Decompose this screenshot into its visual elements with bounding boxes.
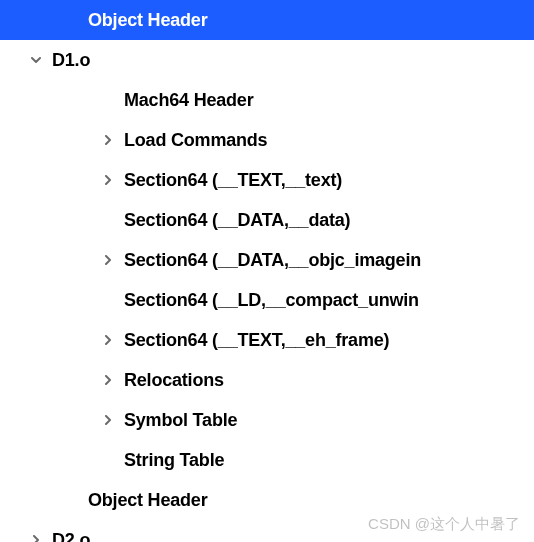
chevron-right-icon[interactable] [100, 132, 116, 148]
tree-row[interactable]: D1.o [0, 40, 534, 80]
tree-row[interactable]: String Table [0, 440, 534, 480]
tree-row-label: Load Commands [124, 130, 267, 151]
tree-row-label: Section64 (__TEXT,__eh_frame) [124, 330, 389, 351]
tree-row[interactable]: Section64 (__DATA,__data) [0, 200, 534, 240]
tree-row[interactable]: Symbol Table [0, 400, 534, 440]
chevron-right-icon[interactable] [100, 412, 116, 428]
tree-row[interactable]: Object Header [0, 480, 534, 520]
tree-row[interactable]: D2.o [0, 520, 534, 542]
tree-view: Object HeaderD1.oMach64 HeaderLoad Comma… [0, 0, 534, 542]
tree-row-label: Section64 (__DATA,__objc_imagein [124, 250, 421, 271]
tree-row[interactable]: Section64 (__DATA,__objc_imagein [0, 240, 534, 280]
tree-row-label: D1.o [52, 50, 90, 71]
tree-row[interactable]: Object Header [0, 0, 534, 40]
tree-row-label: Object Header [88, 10, 207, 31]
chevron-right-icon[interactable] [100, 172, 116, 188]
chevron-down-icon[interactable] [28, 52, 44, 68]
chevron-right-icon[interactable] [28, 532, 44, 542]
tree-row-label: Relocations [124, 370, 224, 391]
tree-row-label: D2.o [52, 530, 90, 543]
tree-row[interactable]: Mach64 Header [0, 80, 534, 120]
tree-row[interactable]: Load Commands [0, 120, 534, 160]
tree-row-label: Section64 (__TEXT,__text) [124, 170, 342, 191]
tree-row-label: Object Header [88, 490, 207, 511]
tree-row-label: String Table [124, 450, 224, 471]
tree-row[interactable]: Section64 (__TEXT,__text) [0, 160, 534, 200]
chevron-right-icon[interactable] [100, 372, 116, 388]
tree-row-label: Section64 (__DATA,__data) [124, 210, 350, 231]
tree-row-label: Mach64 Header [124, 90, 253, 111]
tree-row-label: Symbol Table [124, 410, 237, 431]
tree-row[interactable]: Section64 (__LD,__compact_unwin [0, 280, 534, 320]
tree-row[interactable]: Relocations [0, 360, 534, 400]
tree-row[interactable]: Section64 (__TEXT,__eh_frame) [0, 320, 534, 360]
chevron-right-icon[interactable] [100, 252, 116, 268]
tree-row-label: Section64 (__LD,__compact_unwin [124, 290, 419, 311]
chevron-right-icon[interactable] [100, 332, 116, 348]
